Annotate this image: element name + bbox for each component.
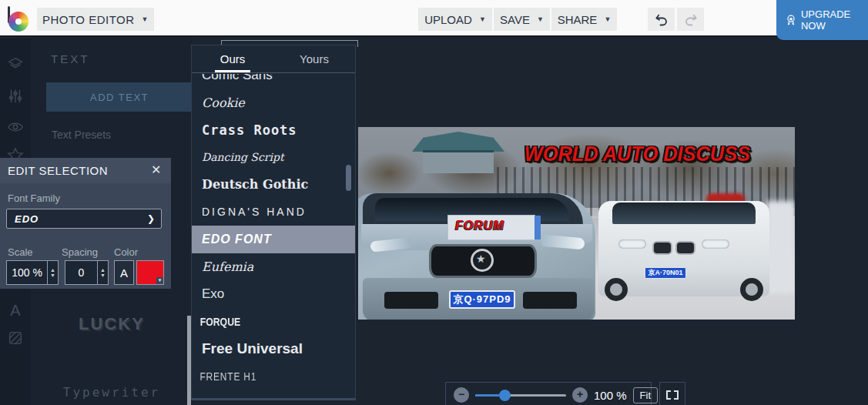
fit-button[interactable]: Fit bbox=[633, 387, 658, 403]
tab-ours[interactable]: Ours bbox=[192, 45, 273, 72]
visibility-tool-icon[interactable] bbox=[7, 119, 24, 136]
app-logo-icon bbox=[8, 6, 31, 32]
font-list: Comic Sans Cookie Crass Roots Dancing Sc… bbox=[192, 74, 355, 400]
tab-yours[interactable]: Yours bbox=[273, 45, 355, 72]
spacing-value[interactable]: 0 bbox=[65, 261, 97, 284]
top-header: PHOTO EDITOR ▼ UPLOAD ▼ SAVE ▼ SHARE ▼ bbox=[0, 0, 868, 37]
text-panel-title: TEXT bbox=[51, 52, 89, 65]
undo-button[interactable] bbox=[648, 8, 675, 31]
redo-icon bbox=[683, 12, 699, 26]
spacing-stepper[interactable]: 0 ▲ ▼ bbox=[65, 260, 109, 285]
photo-editor-menu-label: PHOTO EDITOR bbox=[42, 13, 135, 26]
zoom-toolbar: − + 100 % Fit bbox=[445, 382, 652, 405]
edit-selection-panel: EDIT SELECTION ✕ Font Family EDO ❯ Scale… bbox=[0, 158, 171, 289]
font-item-frente-h1[interactable]: FRENTE H1 bbox=[192, 363, 323, 390]
font-item-crass-roots[interactable]: Crass Roots bbox=[192, 116, 355, 144]
swatch-caret-icon: ▾ bbox=[156, 277, 163, 284]
photo-bmw-headlight-left bbox=[618, 239, 646, 249]
mercedes-license-plate: 京Q·97PD9 bbox=[449, 290, 515, 309]
scale-spinner-arrows[interactable]: ▲ ▼ bbox=[47, 261, 58, 284]
layers-tool-icon[interactable] bbox=[7, 55, 24, 72]
font-item-eufemia[interactable]: Eufemia bbox=[192, 253, 355, 281]
edit-selection-title: EDIT SELECTION bbox=[8, 164, 108, 177]
color-label: Color bbox=[114, 246, 138, 258]
undo-icon bbox=[654, 12, 669, 26]
bmw-license-plate: 京A·70N01 bbox=[645, 267, 686, 279]
zoom-slider-thumb[interactable] bbox=[499, 390, 511, 401]
canvas-text-title[interactable]: WORLD AUTO DISCUSS bbox=[524, 142, 763, 166]
color-swatch[interactable]: ▾ bbox=[136, 260, 164, 285]
font-item-cookie[interactable]: Cookie bbox=[192, 89, 355, 117]
font-family-select[interactable]: EDO ❯ bbox=[6, 209, 162, 229]
share-button[interactable]: SHARE ▼ bbox=[551, 8, 617, 31]
font-list-scrollbar[interactable] bbox=[346, 165, 351, 191]
font-item-dignas-hand[interactable]: DIGNA'S HAND bbox=[192, 199, 355, 226]
canvas-text-selection-box[interactable]: FORUM bbox=[448, 216, 535, 239]
caret-down-icon: ▼ bbox=[479, 15, 486, 23]
medal-icon bbox=[786, 13, 796, 27]
font-dropdown: Ours Yours Comic Sans Cookie Crass Roots… bbox=[191, 45, 356, 400]
share-label: SHARE bbox=[558, 13, 598, 26]
spacing-spinner-arrows[interactable]: ▲ ▼ bbox=[97, 261, 108, 284]
scale-stepper[interactable]: 100 % ▲ ▼ bbox=[6, 260, 59, 285]
scale-label: Scale bbox=[8, 246, 33, 258]
photo-bmw-windshield bbox=[612, 202, 756, 224]
font-item-free-universal[interactable]: Free Universal bbox=[192, 335, 355, 363]
photo-mercedes-intake-right bbox=[523, 292, 577, 309]
photo-mercedes-intake-left bbox=[384, 292, 438, 309]
font-dropdown-tabs: Ours Yours bbox=[192, 45, 355, 73]
photo-temple bbox=[423, 150, 494, 173]
spinner-down-icon[interactable]: ▼ bbox=[100, 273, 106, 278]
zoom-in-button[interactable]: + bbox=[572, 387, 588, 403]
caret-down-icon: ▼ bbox=[142, 15, 149, 23]
zoom-level-value: 100 % bbox=[594, 389, 627, 402]
close-icon[interactable]: ✕ bbox=[149, 163, 163, 177]
font-item-exo[interactable]: Exo bbox=[192, 280, 355, 308]
upgrade-now-label: UPGRADE NOW bbox=[801, 8, 868, 32]
edit-selection-body: Font Family EDO ❯ Scale Spacing Color 10… bbox=[0, 183, 171, 289]
font-family-value: EDO bbox=[15, 213, 39, 225]
text-color-a-button[interactable]: A bbox=[114, 260, 134, 285]
photo-bmw-grille-right bbox=[675, 241, 695, 255]
save-button[interactable]: SAVE ▼ bbox=[494, 8, 550, 31]
photo-bmw-wheel-right bbox=[740, 278, 763, 301]
image-canvas[interactable]: 京A·70N01 京Q·97PD9 WORLD AUTO DISCUSS FOR… bbox=[358, 127, 795, 320]
adjustments-tool-icon[interactable] bbox=[7, 88, 24, 105]
chevron-right-icon: ❯ bbox=[147, 213, 155, 224]
text-selection-handle[interactable] bbox=[535, 216, 541, 239]
spinner-up-icon[interactable]: ▲ bbox=[100, 267, 106, 273]
photo-editor-app: 京A·70N01 京Q·97PD9 WORLD AUTO DISCUSS FOR… bbox=[0, 0, 868, 405]
redo-button[interactable] bbox=[677, 8, 704, 31]
fullscreen-icon bbox=[666, 390, 679, 400]
font-item-deutsch-gothic[interactable]: Deutsch Gothic bbox=[192, 171, 355, 199]
add-text-button[interactable]: ADD TEXT bbox=[46, 82, 193, 112]
caret-down-icon: ▼ bbox=[537, 15, 544, 23]
upgrade-now-button[interactable]: UPGRADE NOW bbox=[776, 0, 868, 40]
font-item-dancing-script[interactable]: Dancing Script bbox=[192, 144, 355, 172]
text-preset-lucky[interactable]: LUCKY bbox=[31, 314, 193, 334]
spacing-label: Spacing bbox=[62, 246, 98, 258]
zoom-slider[interactable] bbox=[475, 394, 566, 397]
font-item-edo-font-selected[interactable]: EDO FONT bbox=[192, 226, 355, 253]
fullscreen-button[interactable] bbox=[659, 382, 685, 405]
text-presets-label: Text Presets bbox=[52, 129, 111, 141]
font-item-comic-sans[interactable]: Comic Sans bbox=[192, 74, 355, 89]
scale-value[interactable]: 100 % bbox=[7, 261, 47, 284]
caret-down-icon: ▼ bbox=[604, 15, 611, 23]
photo-editor-menu-button[interactable]: PHOTO EDITOR ▼ bbox=[37, 8, 154, 31]
canvas-text-forum[interactable]: FORUM bbox=[455, 219, 504, 233]
font-family-label: Font Family bbox=[8, 192, 60, 204]
fill-tool-icon[interactable] bbox=[7, 330, 24, 346]
upload-button[interactable]: UPLOAD ▼ bbox=[418, 8, 492, 31]
spinner-down-icon[interactable]: ▼ bbox=[50, 273, 55, 278]
spinner-up-icon[interactable]: ▲ bbox=[50, 267, 55, 273]
zoom-out-button[interactable]: − bbox=[454, 387, 469, 403]
photo-bmw-grille-left bbox=[652, 241, 672, 255]
text-preset-typewriter[interactable]: Typewriter bbox=[31, 385, 193, 400]
save-label: SAVE bbox=[500, 13, 530, 26]
photo-bmw-headlight-right bbox=[702, 239, 729, 249]
mercedes-star-emblem bbox=[471, 249, 494, 272]
text-tool-icon[interactable]: A bbox=[7, 302, 24, 319]
font-item-forque[interactable]: FORQUE bbox=[192, 308, 326, 336]
photo-bmw-wheel-left bbox=[605, 278, 628, 301]
